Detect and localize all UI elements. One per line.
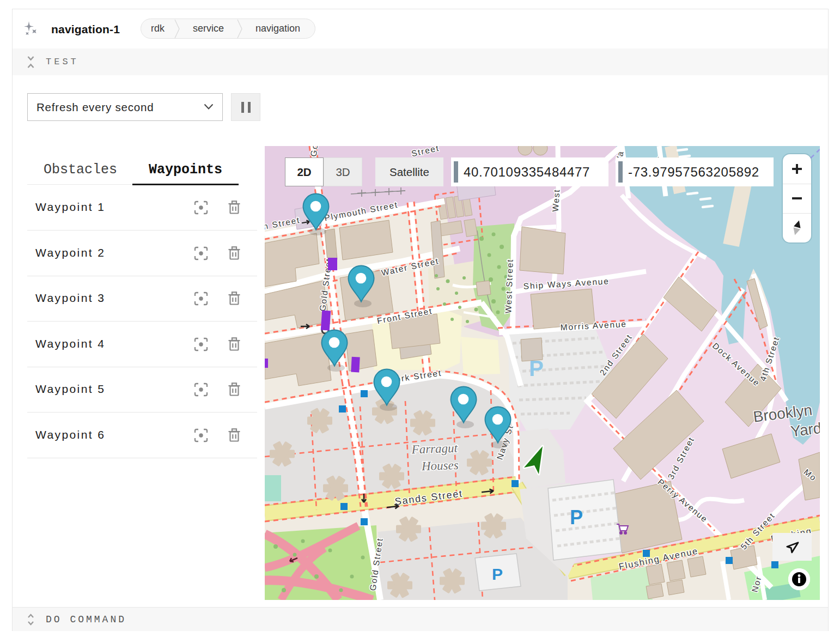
svg-text:West Street: West Street [503, 258, 514, 313]
svg-text:P: P [529, 356, 544, 380]
svg-text:Yard: Yard [790, 420, 820, 440]
svg-text:P: P [570, 506, 583, 529]
svg-text:Go: Go [309, 146, 320, 157]
svg-text:Houses: Houses [421, 458, 459, 473]
svg-text:West: West [551, 189, 562, 212]
svg-text:Farragut: Farragut [411, 441, 458, 457]
svg-text:P: P [492, 565, 503, 583]
